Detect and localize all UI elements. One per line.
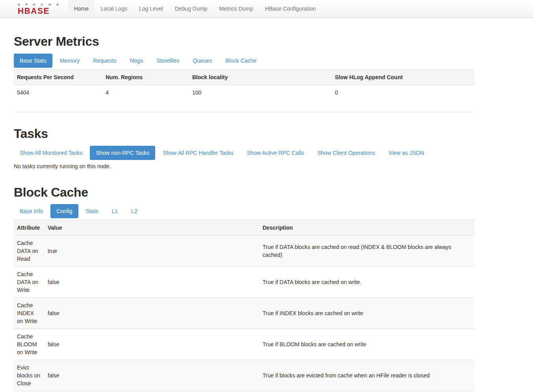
cell-attribute: Cache DATA on Write <box>14 267 45 298</box>
column-header-value: Value <box>45 220 260 236</box>
server-metrics-title: Server Metrics <box>14 34 474 49</box>
cell-attribute: Evict blocks on Close <box>14 360 45 391</box>
tab-base-info[interactable]: Base Info <box>14 204 49 218</box>
server-metrics-tabs: Base Stats Memory Requests hlogs Storefi… <box>14 54 474 68</box>
hbase-logo: A P A C H E HBASE <box>0 0 68 17</box>
block-cache-config-table: Attribute Value Description Cache DATA o… <box>14 220 474 392</box>
server-metrics-table: Requests Per Second Num. Regions Block l… <box>14 69 474 100</box>
cell-value: false <box>45 298 260 329</box>
tab-l1[interactable]: L1 <box>106 204 124 218</box>
column-header-requests-per-second: Requests Per Second <box>14 69 102 85</box>
cell-value: false <box>45 267 260 298</box>
nav-item-debug-dump[interactable]: Debug Dump <box>169 0 214 17</box>
tab-config[interactable]: Config <box>50 204 78 218</box>
tab-memory[interactable]: Memory <box>54 54 86 68</box>
tasks-title: Tasks <box>14 126 474 141</box>
tab-requests[interactable]: Requests <box>87 54 122 68</box>
tasks-tabs: Show All Monitored Tasks Show non-RPC Ta… <box>14 146 474 160</box>
server-metrics-table-footer <box>14 100 474 112</box>
cell-description: True if DATA blocks are cached on read (… <box>260 236 475 267</box>
block-cache-title: Block Cache <box>14 185 474 200</box>
block-cache-table-header-row: Attribute Value Description <box>14 220 474 236</box>
tasks-section: Tasks Show All Monitored Tasks Show non-… <box>14 126 474 169</box>
table-row-cache-bloom-on-write: Cache BLOOM on Write false True if BLOOM… <box>14 329 474 360</box>
tab-base-stats[interactable]: Base Stats <box>14 54 52 68</box>
column-header-description: Description <box>260 220 475 236</box>
tab-view-as-json[interactable]: View as JSON <box>383 146 430 160</box>
cell-slow-hlog-append-count: 0 <box>332 85 474 100</box>
cell-num-regions: 4 <box>102 85 189 100</box>
table-row-cache-index-on-write: Cache INDEX on Write false True if INDEX… <box>14 298 474 329</box>
tasks-empty-message: No tasks currently running on this node. <box>14 163 474 169</box>
block-cache-tabs: Base Info Config Stats L1 L2 <box>14 204 474 218</box>
table-row-cache-data-on-read: Cache DATA on Read true True if DATA blo… <box>14 236 474 267</box>
table-row-evict-blocks-on-close: Evict blocks on Close false True if bloc… <box>14 360 474 391</box>
tab-show-all-rpc-handler-tasks[interactable]: Show All RPC Handler Tasks <box>157 146 239 160</box>
top-navbar: A P A C H E HBASE Home Local Logs Log Le… <box>0 0 533 18</box>
nav-item-hbase-configuration[interactable]: HBase Configuration <box>259 0 322 17</box>
cell-requests-per-second: 5404 <box>14 85 102 100</box>
tab-block-cache[interactable]: Block Cache <box>219 54 262 68</box>
table-row-cache-data-on-write: Cache DATA on Write false True if DATA b… <box>14 267 474 298</box>
tab-show-client-operations[interactable]: Show Client Operations <box>311 146 381 160</box>
cell-value: true <box>45 236 260 267</box>
cell-description: True if blocks are evicted from cache wh… <box>260 360 475 391</box>
cell-attribute: Cache INDEX on Write <box>14 298 45 329</box>
cell-description: True if BLOOM blocks are cached on write <box>260 329 475 360</box>
tab-hlogs[interactable]: hlogs <box>124 54 149 68</box>
navbar-menu: Home Local Logs Log Level Debug Dump Met… <box>68 0 322 17</box>
nav-item-local-logs[interactable]: Local Logs <box>95 0 133 17</box>
server-metrics-table-header-row: Requests Per Second Num. Regions Block l… <box>14 69 474 85</box>
tab-stats[interactable]: Stats <box>80 204 104 218</box>
tab-show-non-rpc-tasks[interactable]: Show non-RPC Tasks <box>90 146 155 160</box>
column-header-attribute: Attribute <box>14 220 45 236</box>
block-cache-section: Block Cache Base Info Config Stats L1 L2… <box>14 185 474 392</box>
tab-queues[interactable]: Queues <box>187 54 218 68</box>
logo-hbase-text: HBASE <box>18 6 61 15</box>
cell-description: True if INDEX blocks are cached on write <box>260 298 475 329</box>
column-header-num-regions: Num. Regions <box>102 69 189 85</box>
tab-l2[interactable]: L2 <box>125 204 143 218</box>
cell-value: false <box>45 329 260 360</box>
nav-item-home[interactable]: Home <box>68 0 95 17</box>
column-header-slow-hlog-append-count: Slow HLog Append Count <box>332 69 474 85</box>
nav-item-metrics-dump[interactable]: Metrics Dump <box>213 0 259 17</box>
tab-show-all-monitored-tasks[interactable]: Show All Monitored Tasks <box>14 146 88 160</box>
cell-attribute: Cache DATA on Read <box>14 236 45 267</box>
cell-block-locality: 100 <box>189 85 332 100</box>
nav-item-log-level[interactable]: Log Level <box>133 0 169 17</box>
page-content: Server Metrics Base Stats Memory Request… <box>14 34 474 392</box>
cell-description: True if DATA blocks are cached on write. <box>260 267 475 298</box>
cell-attribute: Cache BLOOM on Write <box>14 329 45 360</box>
column-header-block-locality: Block locality <box>189 69 332 85</box>
cell-value: false <box>45 360 260 391</box>
tab-storefiles[interactable]: Storefiles <box>150 54 185 68</box>
tab-show-active-rpc-calls[interactable]: Show Active RPC Calls <box>241 146 310 160</box>
table-row-5404: 5404 4 100 0 <box>14 85 474 100</box>
server-metrics-section: Server Metrics Base Stats Memory Request… <box>14 34 474 112</box>
